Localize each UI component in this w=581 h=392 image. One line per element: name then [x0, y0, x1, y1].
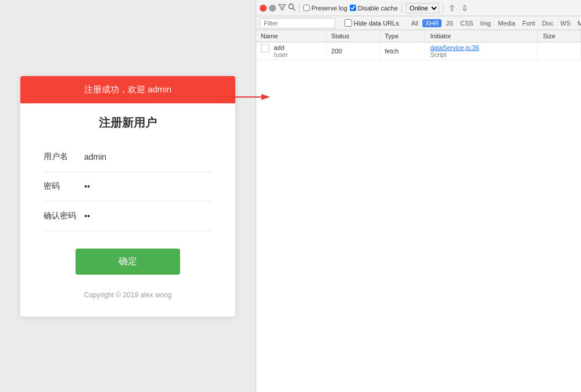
confirm-password-value: •• — [84, 211, 212, 221]
table-body: add /user 200 fetch dataService.js:36 Sc… — [256, 42, 581, 60]
password-label: 密码 — [44, 181, 84, 192]
confirm-password-row: 确认密码 •• — [44, 202, 212, 231]
name-main: add — [274, 44, 288, 51]
col-status[interactable]: Status — [327, 30, 380, 42]
disable-cache-label[interactable]: Disable cache — [350, 5, 398, 12]
network-table: Name Status Type Initiator Size add /use… — [256, 30, 581, 60]
hide-data-urls-checkbox[interactable] — [345, 19, 352, 27]
tab-js[interactable]: JS — [443, 19, 456, 27]
username-label: 用户名 — [44, 152, 84, 162]
app-panel: 注册成功，欢迎 admin 注册新用户 用户名 admin 密码 •• — [0, 0, 256, 392]
divider2 — [401, 3, 402, 13]
tab-xhr[interactable]: XHR — [422, 19, 442, 27]
tab-font[interactable]: Font — [519, 19, 538, 27]
col-type[interactable]: Type — [380, 30, 425, 42]
filter-icon[interactable] — [278, 3, 286, 13]
request-icon — [261, 44, 269, 52]
type-tabs: All XHR JS CSS Img Media Font Doc WS M — [408, 19, 581, 27]
devtools-panel: Preserve log Disable cache Online ⇧ ⇩ Hi… — [256, 0, 581, 392]
hide-data-urls-label[interactable]: Hide data URLs — [345, 19, 399, 27]
name-cell: add /user — [274, 44, 288, 58]
copyright-text: Copyright © 2019 alex wong — [20, 291, 235, 299]
tab-manifest[interactable]: M — [575, 19, 581, 27]
name-sub: /user — [274, 51, 288, 58]
tab-media[interactable]: Media — [495, 19, 518, 27]
divider — [299, 3, 300, 13]
import-button[interactable]: ⇧ — [447, 2, 457, 14]
svg-line-3 — [293, 8, 295, 10]
initiator-link[interactable]: dataService.js:36 — [430, 44, 533, 51]
filter-row: Hide data URLs All XHR JS CSS Img Media … — [256, 16, 581, 30]
tab-doc[interactable]: Doc — [539, 19, 557, 27]
cell-size — [538, 42, 581, 60]
svg-point-2 — [289, 4, 293, 9]
cell-type: fetch — [380, 42, 425, 60]
success-banner: 注册成功，欢迎 admin — [20, 76, 235, 103]
col-size[interactable]: Size — [538, 30, 581, 42]
devtools-toolbar: Preserve log Disable cache Online ⇧ ⇩ — [256, 0, 581, 16]
export-button[interactable]: ⇩ — [460, 2, 470, 14]
search-icon[interactable] — [288, 3, 296, 13]
username-row: 用户名 admin — [44, 142, 212, 172]
confirm-password-label: 确认密码 — [44, 211, 84, 221]
table-row[interactable]: add /user 200 fetch dataService.js:36 Sc… — [256, 42, 581, 60]
tab-css[interactable]: CSS — [457, 19, 476, 27]
divider3 — [443, 3, 443, 13]
page-title: 注册新用户 — [20, 103, 235, 136]
network-table-wrap: Name Status Type Initiator Size add /use… — [256, 30, 581, 392]
col-initiator[interactable]: Initiator — [425, 30, 538, 42]
initiator-sub: Script — [430, 51, 533, 58]
cell-name: add /user — [256, 42, 327, 60]
stop-button[interactable] — [269, 5, 276, 12]
preserve-log-checkbox[interactable] — [303, 5, 310, 11]
form-body: 用户名 admin 密码 •• 确认密码 •• — [20, 136, 235, 231]
cell-initiator: dataService.js:36 Script — [425, 42, 538, 60]
initiator-cell: dataService.js:36 Script — [430, 44, 533, 58]
preserve-log-label[interactable]: Preserve log — [303, 5, 347, 12]
username-value: admin — [84, 152, 212, 161]
tab-all[interactable]: All — [408, 19, 421, 27]
form-card: 注册成功，欢迎 admin 注册新用户 用户名 admin 密码 •• — [20, 76, 235, 317]
col-name[interactable]: Name — [256, 30, 327, 42]
password-value: •• — [84, 182, 212, 191]
table-head: Name Status Type Initiator Size — [256, 30, 581, 42]
cell-status: 200 — [327, 42, 380, 60]
tab-ws[interactable]: WS — [557, 19, 573, 27]
disable-cache-checkbox[interactable] — [350, 5, 356, 11]
submit-button[interactable]: 确定 — [76, 249, 180, 275]
record-button[interactable] — [260, 5, 267, 12]
online-select[interactable]: Online — [406, 3, 439, 13]
tab-img[interactable]: Img — [478, 19, 494, 27]
password-row: 密码 •• — [44, 172, 212, 202]
filter-input[interactable] — [260, 18, 335, 28]
